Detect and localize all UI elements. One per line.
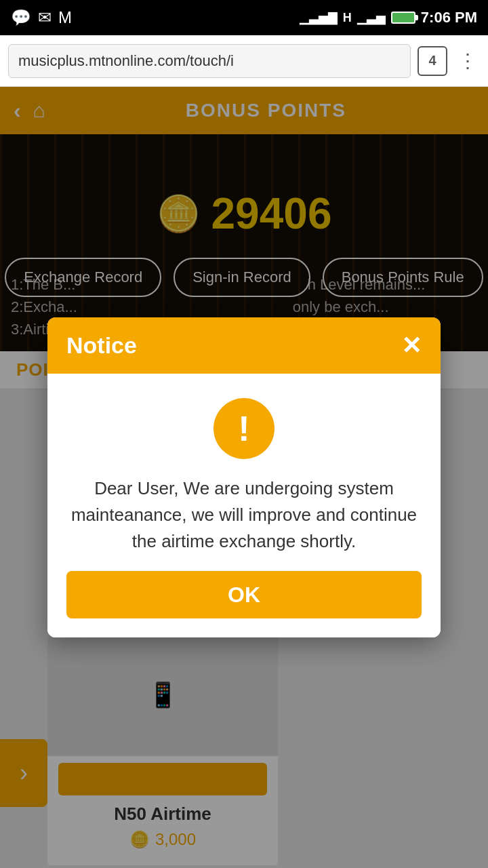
message-icon: ✉ bbox=[38, 8, 52, 27]
modal-overlay: Notice ✕ ! Dear User, We are undergoing … bbox=[0, 87, 488, 868]
warning-icon: ! bbox=[214, 398, 274, 459]
url-bar[interactable]: musicplus.mtnonline.com/touch/i bbox=[8, 44, 411, 78]
whatsapp-icon: 💬 bbox=[11, 8, 31, 27]
battery-icon bbox=[391, 12, 415, 24]
modal-body: ! Dear User, We are undergoing system ma… bbox=[47, 374, 441, 637]
status-right: ▁▃▅▇ H ▁▃▅ 7:06 PM bbox=[300, 9, 477, 26]
modal-title: Notice bbox=[66, 332, 137, 359]
notice-modal: Notice ✕ ! Dear User, We are undergoing … bbox=[47, 317, 441, 637]
gmail-icon: M bbox=[58, 8, 72, 27]
signal-icon-2: ▁▃▅ bbox=[357, 10, 386, 25]
modal-header: Notice ✕ bbox=[47, 317, 441, 374]
status-icons: 💬 ✉ M bbox=[11, 8, 72, 27]
browser-menu[interactable]: ⋮ bbox=[454, 52, 480, 71]
network-type: H bbox=[343, 11, 352, 25]
url-text: musicplus.mtnonline.com/touch/i bbox=[18, 52, 234, 70]
modal-close-button[interactable]: ✕ bbox=[401, 334, 422, 358]
modal-ok-button[interactable]: OK bbox=[66, 571, 422, 618]
browser-bar: musicplus.mtnonline.com/touch/i 4 ⋮ bbox=[0, 35, 488, 87]
time-display: 7:06 PM bbox=[421, 9, 477, 26]
tab-count[interactable]: 4 bbox=[418, 46, 447, 76]
modal-message: Dear User, We are undergoing system main… bbox=[66, 475, 422, 555]
status-bar: 💬 ✉ M ▁▃▅▇ H ▁▃▅ 7:06 PM bbox=[0, 0, 488, 35]
signal-icon: ▁▃▅▇ bbox=[300, 10, 338, 25]
